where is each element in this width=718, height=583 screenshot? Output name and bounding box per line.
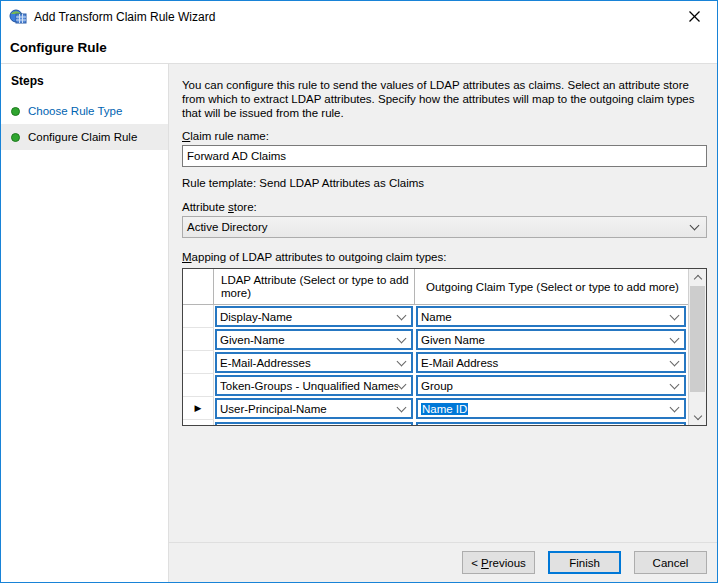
wizard-window: Add Transform Claim Rule Wizard Configur… (0, 0, 718, 583)
table-row: E-Mail-Addresses E-Mail Address (183, 351, 688, 374)
row-selector[interactable] (183, 328, 214, 351)
chevron-down-icon (670, 310, 680, 320)
table-header-row: LDAP Attribute (Select or type to add mo… (183, 269, 688, 305)
step-label: Configure Claim Rule (28, 131, 137, 143)
page-title: Configure Rule (10, 40, 107, 55)
chevron-down-icon (670, 356, 680, 366)
rule-template-text: Rule template: Send LDAP Attributes as C… (182, 177, 707, 189)
wizard-app-icon (9, 8, 27, 26)
main-content: You can configure this rule to send the … (169, 64, 717, 582)
sidebar-item-choose-rule-type[interactable]: Choose Rule Type (1, 98, 168, 124)
ldap-attribute-select[interactable]: E-Mail-Addresses (215, 352, 413, 373)
chevron-down-icon (670, 333, 680, 343)
step-label: Choose Rule Type (28, 105, 122, 117)
chevron-down-icon (397, 356, 407, 366)
ldap-attribute-select[interactable]: Given-Name (215, 329, 413, 350)
finish-button[interactable]: Finish (548, 551, 621, 574)
current-row-arrow-icon: ▶ (195, 403, 202, 413)
outgoing-claim-type-select[interactable]: Group (416, 375, 686, 396)
scroll-down-icon (693, 412, 701, 420)
outgoing-claim-type-select-focused[interactable]: Name ID (416, 398, 686, 419)
close-icon (689, 11, 700, 22)
chevron-down-icon (397, 402, 407, 412)
sidebar-item-configure-claim-rule[interactable]: Configure Claim Rule (1, 124, 168, 150)
ldap-attribute-select[interactable]: Token-Groups - Unqualified Names (215, 375, 413, 396)
scroll-up-icon (693, 274, 701, 282)
previous-button[interactable]: < Previous (462, 551, 535, 574)
claim-rule-name-label: Claim rule name: (182, 130, 707, 142)
close-button[interactable] (672, 1, 717, 32)
scrollbar-thumb[interactable] (690, 286, 705, 392)
chevron-down-icon (397, 333, 407, 343)
row-selector[interactable] (183, 374, 214, 397)
rule-description: You can configure this rule to send the … (182, 78, 707, 120)
claim-rule-name-input[interactable]: Forward AD Claims (182, 145, 707, 167)
outgoing-claim-type-select[interactable]: E-Mail Address (416, 352, 686, 373)
chevron-down-icon (690, 221, 700, 231)
mapping-label: Mapping of LDAP attributes to outgoing c… (182, 251, 707, 263)
ldap-attribute-select[interactable] (215, 422, 413, 426)
row-selector[interactable] (183, 305, 214, 328)
scroll-up-button[interactable] (689, 269, 706, 285)
row-selector[interactable] (183, 351, 214, 374)
step-complete-icon (11, 133, 20, 142)
table-row: Token-Groups - Unqualified Names Group (183, 374, 688, 397)
page-header: Configure Rule (1, 32, 717, 64)
row-selector-header (183, 269, 214, 304)
wizard-footer: < Previous Finish Cancel (169, 542, 717, 582)
chevron-down-icon (670, 379, 680, 389)
ldap-attribute-select[interactable]: Display-Name (215, 306, 413, 327)
table-scrollbar[interactable] (688, 269, 706, 425)
step-complete-icon (11, 107, 20, 116)
outgoing-claim-type-select[interactable]: Name (416, 306, 686, 327)
selected-text: Name ID (421, 403, 468, 415)
chevron-down-icon (397, 310, 407, 320)
cancel-button[interactable]: Cancel (634, 551, 707, 574)
steps-title: Steps (1, 72, 168, 98)
chevron-down-icon (670, 402, 680, 412)
attribute-store-label: Attribute store: (182, 201, 707, 213)
attribute-store-value: Active Directory (187, 221, 691, 233)
outgoing-claim-type-select[interactable] (416, 422, 686, 426)
steps-sidebar: Steps Choose Rule Type Configure Claim R… (1, 64, 169, 582)
mapping-table: LDAP Attribute (Select or type to add mo… (182, 268, 707, 426)
outgoing-claim-type-select[interactable]: Given Name (416, 329, 686, 350)
scroll-down-button[interactable] (689, 409, 706, 425)
table-row-current: ▶ User-Principal-Name Name ID (183, 397, 688, 420)
table-row-partial (183, 420, 688, 426)
table-row: Display-Name Name (183, 305, 688, 328)
table-row: Given-Name Given Name (183, 328, 688, 351)
chevron-down-icon (397, 379, 407, 389)
ldap-attribute-select[interactable]: User-Principal-Name (215, 398, 413, 419)
column-header-outgoing-claim-type: Outgoing Claim Type (Select or type to a… (415, 269, 688, 304)
attribute-store-select[interactable]: Active Directory (182, 216, 707, 238)
window-title: Add Transform Claim Rule Wizard (34, 10, 672, 24)
column-header-ldap-attribute: LDAP Attribute (Select or type to add mo… (214, 269, 415, 304)
title-bar[interactable]: Add Transform Claim Rule Wizard (1, 1, 717, 32)
row-selector-current[interactable]: ▶ (183, 397, 214, 420)
